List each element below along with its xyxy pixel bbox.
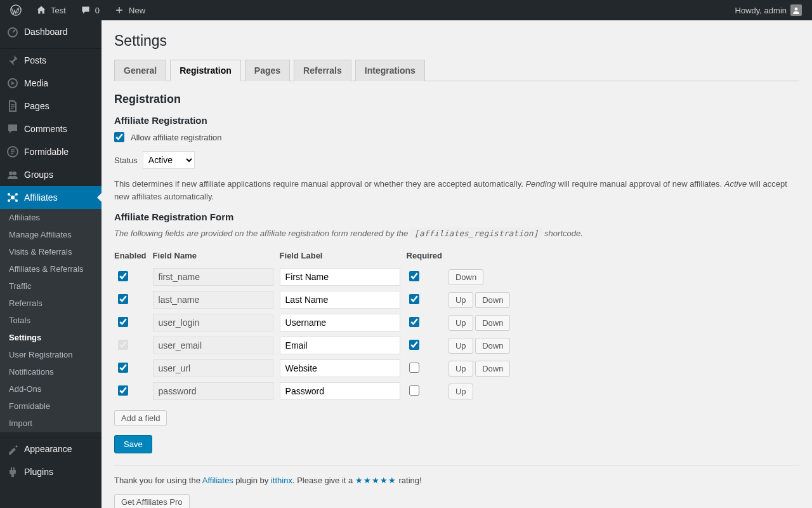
down-button[interactable]: Down — [475, 292, 510, 308]
tab-referrals[interactable]: Referrals — [294, 60, 351, 81]
table-row: Up — [114, 381, 514, 401]
menu-comments[interactable]: Comments — [0, 117, 102, 140]
admin-bar: Test 0 New Howdy, admin — [0, 0, 812, 20]
table-row: Up Down — [114, 335, 514, 356]
svg-point-5 — [9, 171, 13, 175]
required-checkbox[interactable] — [409, 294, 419, 304]
get-pro-button[interactable]: Get Affiliates Pro — [114, 494, 190, 508]
howdy-text: Howdy, admin — [735, 6, 787, 15]
required-checkbox[interactable] — [409, 340, 419, 350]
form-intro: The following fields are provided on the… — [114, 229, 799, 238]
required-checkbox[interactable] — [409, 385, 419, 396]
field-name-input[interactable] — [153, 359, 273, 377]
menu-label: Media — [24, 78, 48, 88]
submenu-affiliates[interactable]: Affiliates — [0, 209, 102, 226]
save-button[interactable]: Save — [114, 435, 152, 453]
th-field-label: Field Label — [280, 248, 407, 264]
submenu-notifications[interactable]: Notifications — [0, 363, 102, 380]
submenu-affiliates-referrals[interactable]: Affiliates & Referrals — [0, 260, 102, 277]
up-button[interactable]: Up — [449, 292, 473, 308]
down-button[interactable]: Down — [449, 269, 483, 285]
dashboard-icon — [6, 25, 19, 38]
submenu-referrals[interactable]: Referrals — [0, 295, 102, 312]
enabled-checkbox[interactable] — [118, 294, 128, 304]
up-button[interactable]: Up — [449, 315, 473, 331]
heading-affiliate-registration: Affiliate Registration — [114, 115, 799, 126]
th-order — [449, 248, 514, 264]
submenu-import[interactable]: Import — [0, 415, 102, 432]
field-name-input[interactable] — [153, 291, 273, 309]
main-content: Settings GeneralRegistrationPagesReferra… — [102, 20, 812, 508]
submenu-settings[interactable]: Settings — [0, 329, 102, 346]
field-label-input[interactable] — [280, 291, 400, 309]
menu-plugins[interactable]: Plugins — [0, 460, 102, 483]
tab-pages[interactable]: Pages — [245, 60, 290, 81]
groups-icon — [6, 168, 19, 181]
menu-formidable[interactable]: Formidable — [0, 140, 102, 163]
submenu-add-ons[interactable]: Add-Ons — [0, 380, 102, 398]
field-name-input[interactable] — [153, 268, 273, 286]
new-link[interactable]: New — [108, 0, 150, 20]
enabled-checkbox[interactable] — [118, 317, 128, 327]
menu-label: Comments — [24, 124, 67, 134]
field-label-input[interactable] — [280, 382, 400, 400]
tab-integrations[interactable]: Integrations — [355, 60, 425, 81]
field-label-input[interactable] — [280, 359, 400, 377]
appearance-icon — [6, 443, 19, 455]
comments-link[interactable]: 0 — [75, 0, 105, 20]
formidable-icon — [6, 145, 19, 158]
status-description: This determines if new affiliate applica… — [114, 178, 799, 203]
field-label-input[interactable] — [280, 314, 400, 331]
menu-label: Pages — [24, 101, 49, 111]
down-button[interactable]: Down — [475, 315, 510, 331]
enabled-checkbox[interactable] — [118, 385, 128, 396]
enabled-checkbox[interactable] — [118, 271, 128, 281]
menu-affiliates[interactable]: Affiliates — [0, 186, 102, 209]
submenu-visits-referrals[interactable]: Visits & Referrals — [0, 243, 102, 260]
field-name-input[interactable] — [153, 382, 273, 400]
field-label-input[interactable] — [280, 268, 400, 286]
add-field-button[interactable]: Add a field — [114, 410, 167, 426]
wp-logo[interactable] — [5, 0, 27, 20]
allow-registration-checkbox[interactable] — [114, 132, 124, 142]
down-button[interactable]: Down — [475, 361, 510, 377]
submenu-traffic[interactable]: Traffic — [0, 277, 102, 295]
menu-posts[interactable]: Posts — [0, 49, 102, 72]
fields-table: Enabled Field Name Field Label Required … — [114, 246, 514, 404]
separator — [114, 465, 799, 465]
site-name: Test — [51, 6, 66, 15]
submenu-totals[interactable]: Totals — [0, 312, 102, 329]
submenu-manage-affiliates[interactable]: Manage Affiliates — [0, 226, 102, 243]
site-link[interactable]: Test — [30, 0, 71, 20]
rating-stars[interactable]: ★★★★★ — [355, 476, 396, 485]
menu-appearance[interactable]: Appearance — [0, 438, 102, 460]
down-button[interactable]: Down — [475, 338, 510, 354]
tab-registration[interactable]: Registration — [170, 60, 241, 81]
up-button[interactable]: Up — [449, 384, 473, 399]
up-button[interactable]: Up — [449, 338, 473, 354]
menu-pages[interactable]: Pages — [0, 95, 102, 117]
wordpress-icon — [10, 4, 22, 16]
status-select[interactable]: ActivePending — [143, 151, 195, 169]
field-name-input[interactable] — [153, 337, 273, 354]
required-checkbox[interactable] — [409, 271, 419, 281]
menu-groups[interactable]: Groups — [0, 163, 102, 186]
submenu-user-registration[interactable]: User Registration — [0, 346, 102, 363]
field-name-input[interactable] — [153, 314, 273, 331]
affiliates-link[interactable]: Affiliates — [202, 476, 233, 485]
howdy-link[interactable]: Howdy, admin — [730, 0, 807, 20]
menu-dashboard[interactable]: Dashboard — [0, 20, 102, 43]
svg-point-1 — [795, 8, 798, 11]
author-link[interactable]: itthinx — [271, 476, 292, 485]
media-icon — [6, 77, 19, 90]
enabled-checkbox[interactable] — [118, 363, 128, 373]
menu-media[interactable]: Media — [0, 72, 102, 95]
page-title: Settings — [114, 27, 799, 52]
tab-general[interactable]: General — [114, 60, 166, 81]
required-checkbox[interactable] — [409, 317, 419, 327]
field-label-input[interactable] — [280, 337, 400, 354]
submenu-formidable[interactable]: Formidable — [0, 398, 102, 415]
up-button[interactable]: Up — [449, 361, 473, 377]
section-registration: Registration — [114, 93, 799, 106]
required-checkbox[interactable] — [409, 363, 419, 373]
